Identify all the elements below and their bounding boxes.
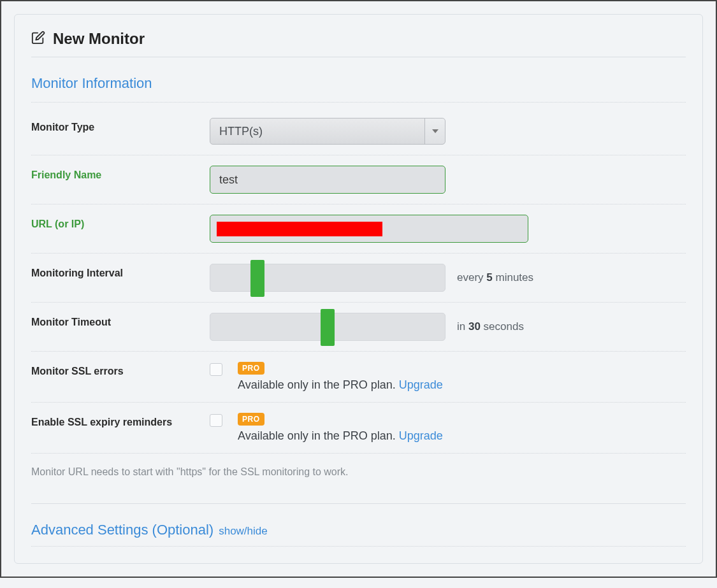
- interval-slider[interactable]: [210, 264, 445, 292]
- pro-badge: PRO: [238, 413, 264, 426]
- label-friendly-name: Friendly Name: [31, 166, 203, 181]
- row-ssl-expiry: Enable SSL expiry reminders PRO Availabl…: [31, 403, 686, 454]
- monitor-type-select[interactable]: HTTP(s): [210, 118, 445, 145]
- chevron-down-icon: [424, 118, 445, 144]
- label-url: URL (or IP): [31, 215, 203, 230]
- row-url: URL (or IP): [31, 204, 686, 254]
- ssl-errors-note: Available only in the PRO plan. Upgrade: [238, 378, 686, 392]
- page-title: New Monitor: [53, 30, 145, 48]
- new-monitor-card: New Monitor Monitor Information Monitor …: [14, 14, 703, 564]
- interval-slider-handle[interactable]: [250, 260, 264, 297]
- section-monitor-information: Monitor Information: [31, 75, 686, 103]
- label-monitor-timeout: Monitor Timeout: [31, 313, 203, 328]
- upgrade-link[interactable]: Upgrade: [399, 429, 443, 442]
- timeout-caption: in 30 seconds: [457, 320, 524, 333]
- ssl-expiry-note: Available only in the PRO plan. Upgrade: [238, 429, 686, 443]
- row-friendly-name: Friendly Name: [31, 155, 686, 204]
- label-ssl-expiry: Enable SSL expiry reminders: [31, 413, 203, 428]
- row-monitor-type: Monitor Type HTTP(s): [31, 108, 686, 155]
- ssl-hint: Monitor URL needs to start with "https" …: [31, 454, 686, 504]
- edit-icon: [31, 31, 45, 47]
- label-ssl-errors: Monitor SSL errors: [31, 362, 203, 377]
- url-input[interactable]: [210, 215, 528, 243]
- row-monitor-timeout: Monitor Timeout in 30 seconds: [31, 303, 686, 352]
- advanced-settings-title: Advanced Settings (Optional): [31, 522, 214, 538]
- label-monitoring-interval: Monitoring Interval: [31, 264, 203, 279]
- upgrade-link[interactable]: Upgrade: [399, 378, 443, 391]
- pro-badge: PRO: [238, 362, 264, 375]
- friendly-name-input[interactable]: [210, 166, 445, 194]
- timeout-slider-handle[interactable]: [321, 309, 335, 346]
- timeout-slider[interactable]: [210, 313, 445, 341]
- monitor-type-value: HTTP(s): [219, 125, 263, 138]
- ssl-errors-checkbox[interactable]: [210, 363, 222, 376]
- advanced-toggle-link[interactable]: show/hide: [219, 525, 268, 538]
- url-value-redacted: [217, 222, 382, 236]
- interval-caption: every 5 minutes: [457, 271, 533, 284]
- row-monitoring-interval: Monitoring Interval every 5 minutes: [31, 254, 686, 303]
- ssl-expiry-checkbox[interactable]: [210, 414, 222, 427]
- section-advanced-settings: Advanced Settings (Optional) show/hide: [31, 504, 686, 547]
- label-monitor-type: Monitor Type: [31, 118, 203, 133]
- card-header: New Monitor: [31, 22, 686, 57]
- row-ssl-errors: Monitor SSL errors PRO Available only in…: [31, 352, 686, 403]
